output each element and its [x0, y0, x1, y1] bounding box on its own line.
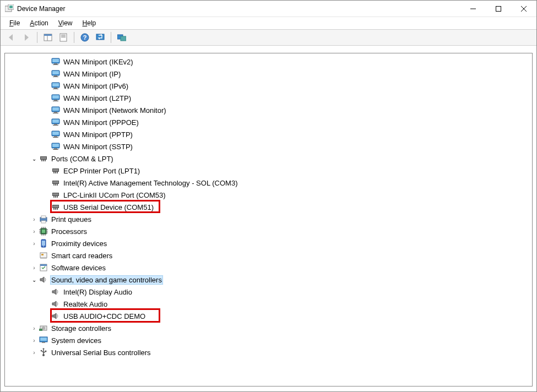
tree-item[interactable]: ▶ Realtek Audio: [5, 298, 532, 310]
tree-item-label: Ports (COM & LPT): [50, 154, 115, 164]
menu-help[interactable]: Help: [78, 18, 101, 28]
port-icon: [51, 203, 60, 211]
tree-item[interactable]: ▶ ECP Printer Port (LPT1): [5, 165, 532, 177]
expand-arrow-icon[interactable]: ›: [29, 347, 39, 357]
tree-category-print-queues[interactable]: › Print queues: [5, 213, 532, 225]
tree-item[interactable]: ▶ WAN Miniport (L2TP): [5, 92, 532, 104]
network-adapter-icon: [51, 118, 60, 127]
toolbar-separator: [37, 32, 37, 43]
tree-item[interactable]: ▶ WAN Miniport (IKEv2): [5, 56, 532, 68]
svg-rect-63: [496, 6, 501, 11]
menu-view[interactable]: View: [54, 18, 77, 28]
tree-item-label: Proximity devices: [50, 239, 108, 248]
tree-item-label: LPC-LinkII UCom Port (COM53): [62, 190, 167, 200]
tree-item[interactable]: ▶ WAN Miniport (IPv6): [5, 80, 532, 92]
storage-icon: [39, 324, 48, 333]
tree-item[interactable]: ▶ WAN Miniport (PPTP): [5, 128, 532, 140]
tree-item-label: Sound, video and game controllers: [50, 275, 163, 285]
properties-button[interactable]: [56, 31, 70, 44]
view-devices-button[interactable]: [115, 31, 129, 44]
sound-icon: [39, 275, 48, 284]
tree-item-label: USB Serial Device (COM51): [62, 203, 155, 212]
tree-category-usb[interactable]: › Universal Serial Bus controllers: [5, 346, 532, 358]
tree-item-label: Smart card readers: [50, 251, 113, 260]
titlebar: Device Manager: [1, 1, 536, 17]
network-adapter-icon: [51, 57, 60, 66]
toolbar-separator: [74, 32, 74, 43]
tree-category-processors[interactable]: › Processors: [5, 225, 532, 237]
tree-item-label: WAN Miniport (SSTP): [62, 142, 134, 151]
tree-item-label: Intel(R) Active Management Technology - …: [62, 178, 238, 188]
port-icon: [39, 154, 48, 163]
collapse-arrow-icon[interactable]: ⌄: [29, 275, 39, 285]
tree-item[interactable]: ▶ Intel(R) Display Audio: [5, 286, 532, 298]
tree-item[interactable]: ▶ WAN Miniport (SSTP): [5, 140, 532, 153]
tree-item[interactable]: ▶ WAN Miniport (Network Monitor): [5, 104, 532, 116]
tree-item-label: ECP Printer Port (LPT1): [62, 166, 141, 176]
network-adapter-icon: [51, 106, 60, 115]
app-icon: [5, 4, 14, 13]
tree-item-usb-serial[interactable]: ▶ USB Serial Device (COM51): [5, 201, 532, 213]
minimize-button[interactable]: [460, 1, 486, 17]
tree-item[interactable]: ▶ Intel(R) Active Management Technology …: [5, 177, 532, 189]
network-adapter-icon: [51, 94, 60, 102]
collapse-arrow-icon[interactable]: ⌄: [29, 154, 39, 164]
scan-button[interactable]: [93, 31, 107, 44]
help-button[interactable]: [78, 31, 92, 44]
port-icon: [51, 178, 60, 187]
tree-item[interactable]: ▶ WAN Miniport (PPPOE): [5, 116, 532, 128]
proximity-icon: [39, 239, 48, 248]
tree-category-sound[interactable]: ⌄ Sound, video and game controllers: [5, 274, 532, 286]
tree-item[interactable]: ▶ WAN Miniport (IP): [5, 68, 532, 80]
printer-icon: [39, 215, 48, 224]
network-adapter-icon: [51, 130, 60, 139]
sound-icon: [51, 312, 60, 320]
tree-item-label: Processors: [50, 227, 88, 236]
cpu-icon: [39, 227, 48, 236]
tree-item-label: System devices: [50, 336, 102, 345]
show-hide-console-button[interactable]: [41, 31, 55, 44]
tree-item-label: WAN Miniport (L2TP): [62, 94, 132, 103]
network-adapter-icon: [51, 81, 60, 90]
tree-item-label: WAN Miniport (Network Monitor): [62, 106, 167, 115]
maximize-button[interactable]: [486, 1, 511, 17]
tree-item-label: WAN Miniport (IPv6): [62, 81, 129, 91]
device-tree-container[interactable]: ▶ WAN Miniport (IKEv2) ▶ WAN Miniport (I…: [4, 53, 533, 386]
network-adapter-icon: [51, 69, 60, 78]
tree-category-system[interactable]: › System devices: [5, 334, 532, 346]
tree-category-storage[interactable]: › Storage controllers: [5, 322, 532, 334]
tree-category-proximity[interactable]: › Proximity devices: [5, 237, 532, 249]
expand-arrow-icon[interactable]: ›: [29, 263, 39, 273]
forward-button[interactable]: [19, 31, 34, 44]
tree-item-label: Intel(R) Display Audio: [62, 287, 133, 297]
menu-file[interactable]: File: [5, 18, 24, 28]
smartcard-icon: [39, 251, 48, 260]
tree-item-label: WAN Miniport (IKEv2): [62, 57, 134, 67]
expand-arrow-icon[interactable]: ›: [29, 335, 39, 345]
tree-category-ports[interactable]: ⌄ Ports (COM & LPT): [5, 153, 532, 165]
tree-item-label: WAN Miniport (PPPOE): [62, 118, 140, 127]
close-button[interactable]: [511, 1, 536, 17]
back-button[interactable]: [4, 31, 18, 44]
tree-item-usb-audio[interactable]: ▶ USB AUDIO+CDC DEMO: [5, 310, 532, 322]
system-icon: [39, 336, 48, 345]
toolbar: [1, 29, 536, 46]
tree-item[interactable]: ▶ LPC-LinkII UCom Port (COM53): [5, 189, 532, 201]
tree-item-label: Realtek Audio: [62, 300, 109, 309]
menubar: File Action View Help: [1, 17, 536, 29]
tree-item-label: Software devices: [50, 263, 107, 273]
port-icon: [51, 190, 60, 199]
expand-arrow-icon[interactable]: ›: [29, 323, 39, 333]
expand-arrow-icon[interactable]: ›: [29, 214, 39, 224]
sound-icon: [51, 287, 60, 296]
tree-category-smartcard[interactable]: ▶ Smart card readers: [5, 249, 532, 262]
tree-item-label: Storage controllers: [50, 324, 112, 333]
window-title: Device Manager: [17, 5, 65, 13]
tree-item-label: WAN Miniport (PPTP): [62, 130, 134, 139]
tree-category-software[interactable]: › Software devices: [5, 262, 532, 274]
expand-arrow-icon[interactable]: ›: [29, 226, 39, 236]
menu-action[interactable]: Action: [25, 18, 52, 28]
tree-item-label: USB AUDIO+CDC DEMO: [62, 312, 147, 321]
expand-arrow-icon[interactable]: ›: [29, 238, 39, 248]
port-icon: [51, 166, 60, 175]
